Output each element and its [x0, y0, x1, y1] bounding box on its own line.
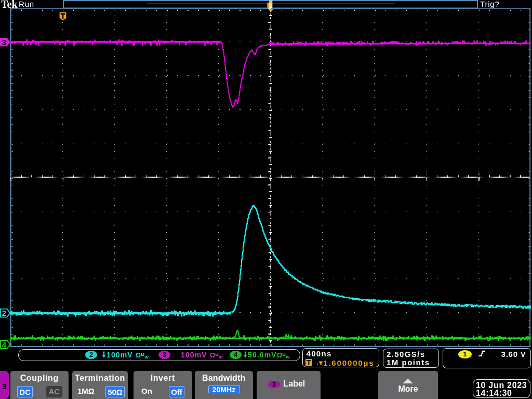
svg-text:2: 2	[2, 309, 6, 317]
svg-text:3: 3	[2, 38, 6, 47]
svg-text:4: 4	[2, 340, 7, 349]
